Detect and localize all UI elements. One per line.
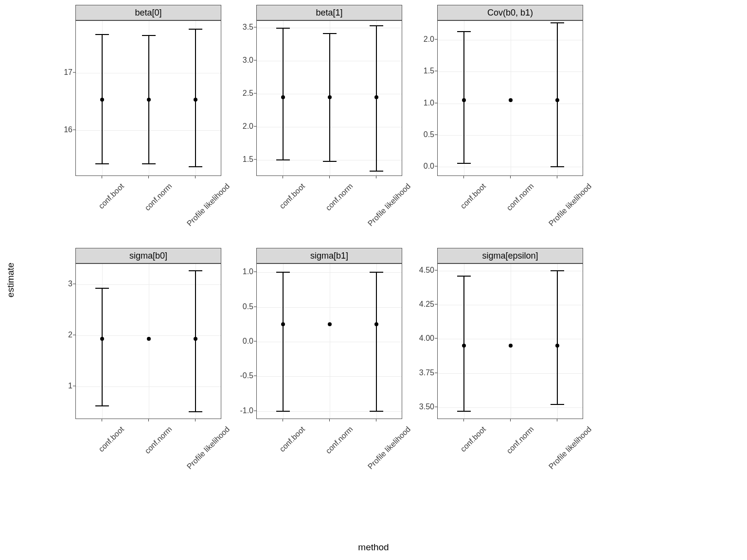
errorbar xyxy=(283,272,284,411)
facet-strip: sigma[epsilon] xyxy=(437,248,583,263)
data-point xyxy=(281,95,285,99)
facet-panel: beta[1]1.52.02.53.03.5conf.bootconf.norm… xyxy=(227,5,408,248)
x-ticks: conf.bootconf.normProfile likelihood xyxy=(256,176,402,234)
data-point xyxy=(328,95,332,99)
y-tick-mark xyxy=(254,376,256,376)
x-tick-mark xyxy=(283,419,283,421)
x-ticks: conf.bootconf.normProfile likelihood xyxy=(437,176,583,234)
y-tick-mark xyxy=(435,135,437,135)
y-tick-label: 0.0 xyxy=(408,162,434,171)
plot-area xyxy=(256,263,402,419)
y-tick-mark xyxy=(254,27,256,27)
x-ticks: conf.bootconf.normProfile likelihood xyxy=(256,419,402,477)
x-tick-mark xyxy=(195,419,196,421)
y-tick-label: 1.0 xyxy=(227,267,253,276)
y-tick-mark xyxy=(435,103,437,103)
plot-area xyxy=(256,20,402,176)
x-tick-label: conf.boot xyxy=(97,182,125,210)
y-axis-title: estimate xyxy=(5,262,16,298)
x-axis-title: method xyxy=(358,542,389,553)
x-tick-mark xyxy=(148,176,149,178)
y-tick-label: 3.50 xyxy=(408,402,434,411)
gridline xyxy=(257,376,402,377)
gridline xyxy=(438,135,583,136)
facet-strip: sigma[b1] xyxy=(256,248,402,263)
x-tick-label: conf.norm xyxy=(143,425,174,455)
y-tick-label: 3.0 xyxy=(227,56,253,65)
gridline xyxy=(511,264,511,419)
y-tick-label: -1.0 xyxy=(227,406,253,415)
errorbar-cap xyxy=(551,404,564,405)
data-point xyxy=(509,344,513,348)
plot-area xyxy=(75,20,221,176)
errorbar-cap xyxy=(189,29,202,30)
x-tick-mark xyxy=(510,419,511,421)
errorbar-cap xyxy=(370,272,383,273)
y-tick-mark xyxy=(435,71,437,71)
facet-strip: sigma[b0] xyxy=(75,248,221,263)
y-tick-label: 2.5 xyxy=(227,89,253,98)
data-point xyxy=(100,337,104,341)
x-tick-label: conf.boot xyxy=(459,182,487,210)
data-point xyxy=(328,322,332,326)
errorbar-cap xyxy=(189,270,202,271)
facet-strip: beta[1] xyxy=(256,5,402,20)
y-tick-mark xyxy=(254,60,256,60)
gridline xyxy=(438,104,583,104)
gridline xyxy=(438,339,583,339)
x-tick-label: Profile likelihood xyxy=(366,182,412,228)
y-tick-label: 3 xyxy=(46,280,72,288)
y-tick-label: 2 xyxy=(46,331,72,339)
y-tick-mark xyxy=(435,166,437,167)
y-tick-mark xyxy=(435,39,437,40)
data-point xyxy=(555,98,559,102)
y-tick-mark xyxy=(435,270,437,271)
x-tick-mark xyxy=(283,176,283,178)
x-tick-label: Profile likelihood xyxy=(547,182,593,228)
x-tick-label: conf.boot xyxy=(278,425,306,454)
errorbar-cap xyxy=(95,34,109,35)
errorbar-cap xyxy=(95,163,109,164)
x-tick-mark xyxy=(557,176,557,178)
x-tick-label: conf.norm xyxy=(324,182,355,212)
x-tick-mark xyxy=(376,176,376,178)
plot-area xyxy=(437,263,583,419)
gridline xyxy=(438,407,583,408)
errorbar xyxy=(195,271,196,412)
x-tick-label: conf.norm xyxy=(505,182,535,212)
data-point xyxy=(147,98,151,102)
errorbar-cap xyxy=(370,171,383,172)
y-tick-mark xyxy=(73,385,75,386)
data-point xyxy=(281,322,285,326)
plot-area xyxy=(437,20,583,176)
gridline xyxy=(438,373,583,374)
gridline xyxy=(438,71,583,72)
errorbar-cap xyxy=(189,166,202,167)
errorbar-cap xyxy=(276,272,290,273)
facet-panel: sigma[b1]-1.0-0.50.00.51.0conf.bootconf.… xyxy=(227,248,408,491)
y-tick-mark xyxy=(254,159,256,159)
plot-area xyxy=(75,263,221,419)
y-tick-mark xyxy=(435,338,437,339)
facet-panel: sigma[epsilon]3.503.754.004.254.50conf.b… xyxy=(408,248,589,491)
errorbar-cap xyxy=(189,411,202,412)
y-tick-mark xyxy=(73,283,75,284)
data-point xyxy=(194,98,197,102)
gridline xyxy=(330,264,330,419)
data-point xyxy=(374,95,378,99)
facet-panel: sigma[b0]123conf.bootconf.normProfile li… xyxy=(46,248,227,491)
y-tick-mark xyxy=(73,130,75,130)
errorbar-cap xyxy=(95,288,109,289)
x-tick-label: Profile likelihood xyxy=(185,182,231,228)
x-tick-mark xyxy=(463,419,464,421)
y-tick-label: 2.0 xyxy=(227,122,253,131)
errorbar-cap xyxy=(370,411,383,412)
x-tick-label: conf.boot xyxy=(97,425,125,454)
errorbar-cap xyxy=(551,22,564,23)
gridline xyxy=(76,284,221,285)
data-point xyxy=(462,98,466,102)
y-tick-label: 1 xyxy=(46,382,72,390)
errorbar xyxy=(557,271,558,404)
x-tick-label: Profile likelihood xyxy=(366,425,412,471)
y-tick-mark xyxy=(254,93,256,93)
